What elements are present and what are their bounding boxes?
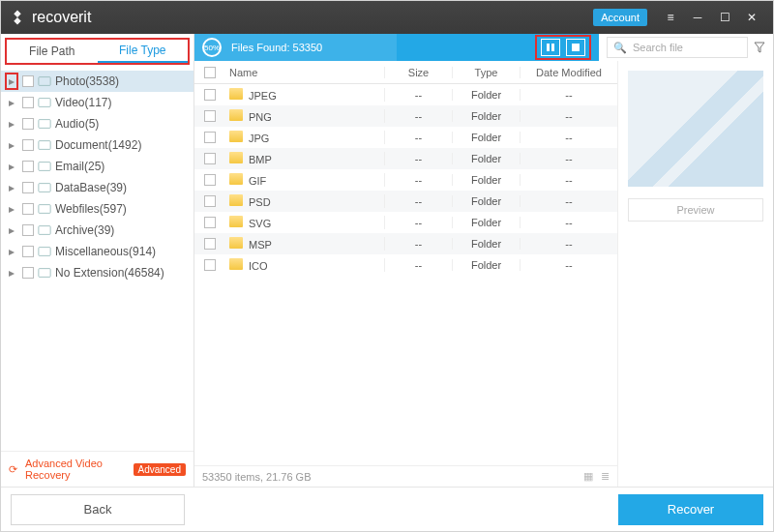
row-checkbox[interactable] xyxy=(204,89,216,101)
files-found-label: Files Found: 53350 xyxy=(231,42,322,53)
email-icon xyxy=(38,160,51,173)
row-checkbox[interactable] xyxy=(204,238,216,250)
sidebar-item-doc[interactable]: ▸Document(1492) xyxy=(1,134,194,156)
row-checkbox[interactable] xyxy=(204,153,216,164)
expand-icon[interactable]: ▸ xyxy=(5,245,18,258)
folder-icon xyxy=(229,88,243,100)
expand-icon[interactable]: ▸ xyxy=(5,181,18,194)
svg-rect-7 xyxy=(39,226,50,235)
expand-icon[interactable]: ▸ xyxy=(5,160,18,173)
noext-icon xyxy=(38,266,51,280)
tab-file-type[interactable]: File Type xyxy=(98,40,189,63)
folder-icon xyxy=(229,194,243,206)
svg-rect-4 xyxy=(39,163,50,171)
checkbox[interactable] xyxy=(22,203,34,215)
checkbox[interactable] xyxy=(22,246,34,257)
app-name: recoverit xyxy=(32,9,91,26)
app-logo: recoverit xyxy=(9,9,91,26)
filter-icon[interactable] xyxy=(754,42,765,53)
expand-icon[interactable]: ▸ xyxy=(5,73,18,90)
sidebar-item-audio[interactable]: ▸Audio(5) xyxy=(1,113,194,134)
row-name: BMP xyxy=(249,154,272,165)
row-checkbox[interactable] xyxy=(204,195,216,207)
folder-icon xyxy=(229,109,243,121)
tab-file-path[interactable]: File Path xyxy=(7,40,98,63)
expand-icon[interactable]: ▸ xyxy=(5,266,18,280)
checkbox[interactable] xyxy=(22,161,34,172)
checkbox[interactable] xyxy=(22,182,34,193)
row-type: Folder xyxy=(453,89,521,101)
folder-icon xyxy=(229,237,243,249)
table-row[interactable]: PNG--Folder-- xyxy=(194,105,617,127)
advanced-video-recovery[interactable]: ⟳ Advanced Video Recovery Advanced xyxy=(1,451,194,487)
checkbox[interactable] xyxy=(22,267,34,279)
row-checkbox[interactable] xyxy=(204,259,216,271)
recover-button[interactable]: Recover xyxy=(618,494,763,525)
table-row[interactable]: JPEG--Folder-- xyxy=(194,84,617,105)
table-row[interactable]: MSP--Folder-- xyxy=(194,233,617,254)
table-row[interactable]: SVG--Folder-- xyxy=(194,212,617,233)
table-row[interactable]: PSD--Folder-- xyxy=(194,191,617,212)
row-date: -- xyxy=(521,174,617,186)
sidebar-item-email[interactable]: ▸Email(25) xyxy=(1,156,194,177)
sidebar-item-misc[interactable]: ▸Miscellaneous(914) xyxy=(1,241,194,262)
checkbox[interactable] xyxy=(22,224,34,236)
expand-icon[interactable]: ▸ xyxy=(5,117,18,131)
row-checkbox[interactable] xyxy=(204,132,216,143)
maximize-icon[interactable]: ☐ xyxy=(711,6,738,29)
svg-rect-3 xyxy=(39,141,50,150)
logo-icon xyxy=(9,9,26,26)
sidebar-tabs: File Path File Type xyxy=(5,38,190,65)
advanced-label: Advanced Video Recovery xyxy=(25,458,126,481)
row-name: SVG xyxy=(249,218,271,229)
column-headers: Name Size Type Date Modified xyxy=(194,61,617,84)
row-checkbox[interactable] xyxy=(204,174,216,186)
row-name: JPEG xyxy=(249,90,277,102)
scan-controls xyxy=(535,35,591,60)
sidebar-item-db[interactable]: ▸DataBase(39) xyxy=(1,177,194,198)
list-view-icon[interactable]: ≣ xyxy=(601,470,610,483)
table-row[interactable]: GIF--Folder-- xyxy=(194,169,617,191)
expand-icon[interactable]: ▸ xyxy=(5,202,18,216)
checkbox[interactable] xyxy=(22,97,34,108)
sidebar-item-video[interactable]: ▸Video(117) xyxy=(1,92,194,113)
table-row[interactable]: ICO--Folder-- xyxy=(194,254,617,276)
preview-button[interactable]: Preview xyxy=(628,198,763,222)
col-type[interactable]: Type xyxy=(453,67,521,78)
search-input[interactable]: 🔍 Search file xyxy=(607,37,748,58)
close-icon[interactable]: ✕ xyxy=(738,6,765,29)
search-area: 🔍 Search file xyxy=(599,34,773,61)
expand-icon[interactable]: ▸ xyxy=(5,96,18,109)
checkbox[interactable] xyxy=(22,75,34,87)
preview-panel: Preview xyxy=(618,61,773,487)
grid-view-icon[interactable]: ▦ xyxy=(583,470,593,483)
pause-button[interactable] xyxy=(541,39,560,56)
back-button[interactable]: Back xyxy=(11,494,185,525)
folder-icon xyxy=(229,131,243,142)
expand-icon[interactable]: ▸ xyxy=(5,223,18,237)
table-row[interactable]: BMP--Folder-- xyxy=(194,148,617,169)
svg-rect-2 xyxy=(39,120,50,129)
sidebar-item-web[interactable]: ▸Webfiles(597) xyxy=(1,198,194,220)
sidebar-item-label: Document(1492) xyxy=(55,138,141,152)
sidebar-item-noext[interactable]: ▸No Extension(46584) xyxy=(1,262,194,283)
stop-button[interactable] xyxy=(566,39,585,56)
expand-icon[interactable]: ▸ xyxy=(5,138,18,152)
advanced-badge: Advanced xyxy=(134,463,186,476)
row-checkbox[interactable] xyxy=(204,217,216,228)
table-row[interactable]: JPG--Folder-- xyxy=(194,127,617,148)
minimize-icon[interactable]: ─ xyxy=(684,6,711,29)
hamburger-icon[interactable]: ≡ xyxy=(657,6,684,29)
select-all-checkbox[interactable] xyxy=(204,67,216,78)
row-name: PNG xyxy=(249,111,272,123)
checkbox[interactable] xyxy=(22,118,34,130)
sidebar-item-image[interactable]: ▸Photo(3538) xyxy=(1,71,194,92)
col-name[interactable]: Name xyxy=(225,67,385,78)
sidebar-item-archive[interactable]: ▸Archive(39) xyxy=(1,220,194,241)
checkbox[interactable] xyxy=(22,139,34,151)
col-date[interactable]: Date Modified xyxy=(521,67,617,78)
account-button[interactable]: Account xyxy=(593,9,647,26)
col-size[interactable]: Size xyxy=(385,67,453,78)
row-checkbox[interactable] xyxy=(204,110,216,122)
sidebar-item-label: Webfiles(597) xyxy=(55,202,127,216)
